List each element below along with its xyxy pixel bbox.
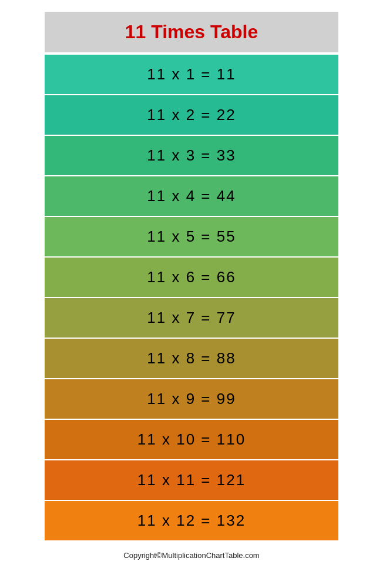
footer-text: Copyright©MultiplicationChartTable.com [45,551,338,560]
table-row: 11 x 10 = 110 [45,420,338,459]
row-text-3: 11 x 3 = 33 [127,146,256,165]
table-row: 11 x 8 = 88 [45,339,338,378]
table-row: 11 x 9 = 99 [45,379,338,419]
row-text-6: 11 x 6 = 66 [127,268,256,286]
row-text-11: 11 x 11 = 121 [127,471,256,489]
table-row: 11 x 2 = 22 [45,95,338,135]
table-row: 11 x 7 = 77 [45,298,338,338]
table-row: 11 x 3 = 33 [45,136,338,175]
table-row: 11 x 4 = 44 [45,176,338,216]
title-bar: 11 Times Table [45,12,338,52]
main-container: 11 Times Table 11 x 1 = 1111 x 2 = 2211 … [45,12,338,560]
table-row: 11 x 1 = 11 [45,55,338,94]
row-text-12: 11 x 12 = 132 [127,512,256,530]
row-text-5: 11 x 5 = 55 [127,228,256,246]
page-title: 11 Times Table [125,21,258,42]
row-text-9: 11 x 9 = 99 [127,390,256,408]
table-row: 11 x 12 = 132 [45,501,338,540]
row-text-7: 11 x 7 = 77 [127,309,256,327]
row-text-8: 11 x 8 = 88 [127,349,256,368]
row-text-10: 11 x 10 = 110 [127,430,256,449]
table-row: 11 x 6 = 66 [45,258,338,297]
row-text-4: 11 x 4 = 44 [127,187,256,205]
row-text-1: 11 x 1 = 11 [127,65,256,83]
table-row: 11 x 5 = 55 [45,217,338,256]
row-text-2: 11 x 2 = 22 [127,106,256,124]
table-row: 11 x 11 = 121 [45,460,338,500]
times-table: 11 x 1 = 1111 x 2 = 2211 x 3 = 3311 x 4 … [45,55,338,540]
